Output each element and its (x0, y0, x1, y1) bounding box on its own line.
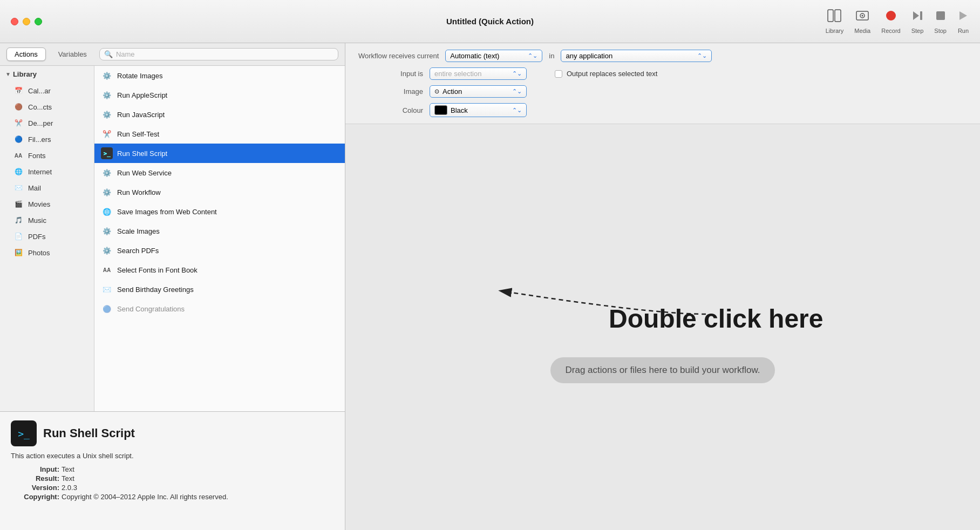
traffic-lights (11, 18, 42, 25)
search-input[interactable] (116, 50, 334, 58)
input-label: Input: (11, 465, 59, 473)
input-value: Text (62, 465, 334, 473)
tab-variables[interactable]: Variables (50, 47, 95, 61)
action-label: Send Birthday Greetings (117, 286, 194, 294)
result-value: Text (62, 474, 334, 483)
drop-zone[interactable]: Double click here Drag actions or files … (345, 124, 980, 530)
chevron-down-icon: ▼ (5, 71, 11, 77)
sidebar-item-photos[interactable]: 🖼️ Photos (0, 244, 94, 261)
action-item-select-fonts[interactable]: AA Select Fonts in Font Book (94, 260, 345, 280)
run-workflow-icon: ⚙️ (101, 186, 113, 198)
sidebar-item-contacts[interactable]: 🟤 Co...cts (0, 99, 94, 115)
action-label: Run Shell Script (117, 150, 167, 158)
sidebar-item-pdfs[interactable]: 📄 PDFs (0, 228, 94, 244)
sidebar-item-label: Fonts (28, 152, 46, 160)
output-replaces-row: Output replaces selected text (555, 70, 657, 78)
sidebar: ▼ Library 📅 Cal...ar 🟤 Co...cts ✂️ De...… (0, 66, 94, 411)
run-icon (957, 9, 969, 25)
version-value: 2.0.3 (62, 484, 334, 492)
sidebar-item-music[interactable]: 🎵 Music (0, 212, 94, 228)
action-item-run-self-test[interactable]: ✂️ Run Self-Test (94, 124, 345, 144)
action-label: Run Web Service (117, 169, 172, 177)
sidebar-item-movies[interactable]: 🎬 Movies (0, 196, 94, 212)
image-select[interactable]: ⊙ Action ⌃⌄ (430, 85, 527, 98)
receives-arrow: ⌃⌄ (528, 52, 537, 59)
colour-select[interactable]: Black ⌃⌄ (430, 103, 527, 117)
action-item-scale-images[interactable]: ⚙️ Scale Images (94, 221, 345, 241)
rotate-images-icon: ⚙️ (101, 70, 113, 81)
stop-button[interactable]: Stop (934, 9, 947, 34)
mail-icon: ✉️ (13, 182, 24, 193)
library-icon (827, 9, 841, 25)
colour-swatch (434, 105, 447, 115)
colour-label: Colour (358, 106, 423, 114)
action-item-run-applescript[interactable]: ⚙️ Run AppleScript (94, 85, 345, 105)
svg-rect-0 (828, 10, 833, 22)
sidebar-item-calendar[interactable]: 📅 Cal...ar (0, 83, 94, 99)
fonts-icon: AA (13, 150, 24, 161)
sidebar-item-label: De...per (28, 119, 53, 127)
action-item-send-birthday[interactable]: ✉️ Send Birthday Greetings (94, 280, 345, 299)
action-item-run-shell-script[interactable]: >_ Run Shell Script (94, 144, 345, 163)
svg-rect-1 (835, 10, 841, 22)
sidebar-item-fonts[interactable]: AA Fonts (0, 147, 94, 164)
library-button[interactable]: Library (826, 9, 844, 34)
workflow-row-image: Image ⊙ Action ⌃⌄ (358, 85, 967, 98)
toolbar-right: Library Media Record (826, 9, 969, 34)
left-panel: Actions Variables 🔍 ▼ Library 📅 Cal...ar (0, 43, 345, 530)
version-label: Version: (11, 484, 59, 492)
image-label: Image (358, 87, 423, 96)
action-item-save-images[interactable]: 🌐 Save Images from Web Content (94, 202, 345, 221)
tab-actions[interactable]: Actions (6, 47, 46, 61)
run-web-service-icon: ⚙️ (101, 167, 113, 179)
stop-label: Stop (934, 28, 947, 34)
step-button[interactable]: Step (911, 9, 924, 34)
title-bar: Untitled (Quick Action) Library Media (0, 0, 980, 43)
preview-meta: Input: Text Result: Text Version: 2.0.3 … (11, 465, 334, 501)
media-button[interactable]: Media (854, 9, 870, 34)
action-label: Save Images from Web Content (117, 208, 217, 216)
action-label: Select Fonts in Font Book (117, 266, 198, 274)
action-label: Search PDFs (117, 247, 159, 255)
app-select[interactable]: any application ⌃⌄ (561, 50, 712, 62)
music-icon: 🎵 (13, 215, 24, 226)
action-item-rotate-images[interactable]: ⚙️ Rotate Images (94, 66, 345, 85)
output-replaces-checkbox[interactable] (555, 70, 562, 78)
sidebar-item-developer[interactable]: ✂️ De...per (0, 115, 94, 131)
maximize-button[interactable] (35, 18, 42, 25)
action-item-search-pdfs[interactable]: ⚙️ Search PDFs (94, 241, 345, 260)
run-javascript-icon: ⚙️ (101, 108, 113, 120)
media-icon (855, 9, 869, 25)
svg-point-5 (886, 11, 896, 21)
action-item-extra[interactable]: 🔵 Send Congratulations (94, 299, 345, 318)
scale-images-icon: ⚙️ (101, 225, 113, 237)
sidebar-item-mail[interactable]: ✉️ Mail (0, 180, 94, 196)
action-item-run-web-service[interactable]: ⚙️ Run Web Service (94, 163, 345, 182)
double-click-text: Double click here (609, 304, 823, 333)
sidebar-item-internet[interactable]: 🌐 Internet (0, 164, 94, 180)
action-item-run-workflow[interactable]: ⚙️ Run Workflow (94, 182, 345, 202)
run-self-test-icon: ✂️ (101, 128, 113, 140)
app-value: any application (566, 52, 612, 60)
sidebar-item-label: Internet (28, 168, 52, 176)
action-item-run-javascript[interactable]: ⚙️ Run JavaScript (94, 105, 345, 124)
action-label: Run Workflow (117, 188, 161, 196)
sidebar-section-library[interactable]: ▼ Library (0, 66, 94, 83)
preview-title: Run Shell Script (43, 426, 135, 440)
action-label: Run AppleScript (117, 91, 167, 99)
sidebar-item-label: Cal...ar (28, 87, 51, 95)
media-label: Media (854, 28, 870, 34)
minimize-button[interactable] (23, 18, 30, 25)
sidebar-item-filters[interactable]: 🔵 Fil...ers (0, 131, 94, 147)
run-button[interactable]: Run (957, 9, 969, 34)
receives-select[interactable]: Automatic (text) ⌃⌄ (445, 50, 542, 62)
dashed-arrow-svg: Double click here (501, 271, 825, 336)
sidebar-item-label: Music (28, 216, 46, 225)
copyright-label: Copyright: (11, 493, 59, 501)
send-birthday-icon: ✉️ (101, 283, 113, 295)
input-is-select[interactable]: entire selection ⌃⌄ (430, 67, 527, 80)
search-bar: 🔍 (99, 48, 338, 60)
close-button[interactable] (11, 18, 18, 25)
colour-value: Black (451, 106, 468, 114)
record-button[interactable]: Record (881, 9, 900, 34)
